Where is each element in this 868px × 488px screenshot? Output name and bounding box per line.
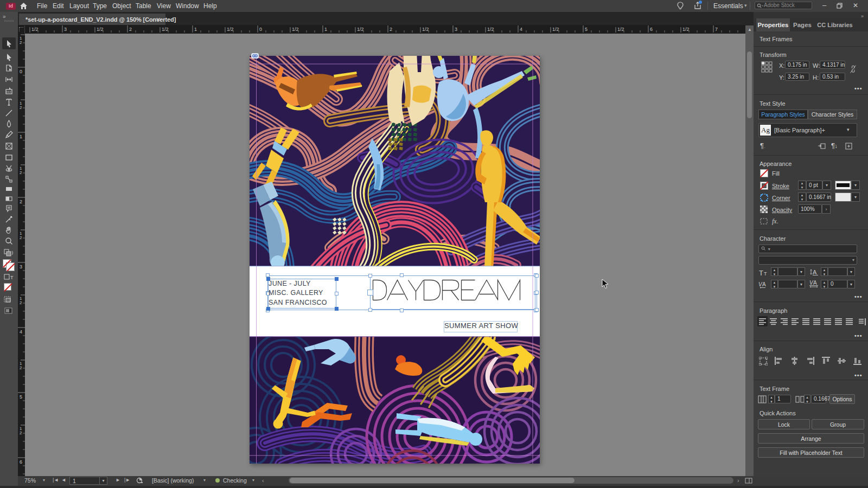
svg-text:1/2: 1/2 — [162, 27, 169, 32]
svg-text:1: 1 — [20, 134, 22, 139]
svg-text:T: T — [759, 269, 763, 276]
svg-text:0: 0 — [20, 69, 22, 74]
svg-text:3: 3 — [20, 264, 22, 269]
svg-text:6: 6 — [20, 459, 22, 465]
svg-text:7: 7 — [715, 27, 718, 32]
svg-text:1/2: 1/2 — [487, 27, 494, 32]
svg-text:1/2: 1/2 — [292, 27, 299, 32]
svg-text:1/2: 1/2 — [422, 27, 429, 32]
svg-text:1/2: 1/2 — [31, 27, 39, 32]
svg-text:3: 3 — [64, 27, 67, 32]
svg-text:1: 1 — [324, 27, 327, 32]
svg-text:6: 6 — [650, 27, 653, 32]
svg-text:2: 2 — [20, 365, 22, 370]
svg-text:2: 2 — [20, 170, 22, 175]
svg-text:1/2: 1/2 — [617, 27, 624, 32]
svg-text:1/2: 1/2 — [227, 27, 234, 32]
svg-text:2: 2 — [129, 27, 132, 32]
svg-text:2: 2 — [20, 431, 22, 435]
svg-text:1/2: 1/2 — [97, 27, 104, 32]
svg-text:2: 2 — [390, 27, 392, 32]
svg-text:1/2: 1/2 — [552, 27, 559, 32]
svg-text:4: 4 — [20, 329, 22, 335]
svg-text:2: 2 — [20, 235, 22, 240]
svg-text:2: 2 — [20, 300, 22, 305]
svg-text:1: 1 — [194, 27, 197, 32]
svg-text:A: A — [762, 281, 766, 287]
svg-text:T: T — [10, 275, 14, 280]
svg-text:3: 3 — [455, 27, 457, 32]
svg-text:5: 5 — [585, 27, 588, 32]
svg-text:2: 2 — [20, 105, 22, 110]
svg-text:4: 4 — [520, 27, 522, 32]
svg-text:1/2: 1/2 — [682, 27, 690, 32]
svg-text:1/2: 1/2 — [357, 27, 364, 32]
svg-text:A: A — [813, 269, 817, 275]
svg-text:A: A — [813, 280, 817, 286]
svg-text:2: 2 — [20, 40, 22, 45]
svg-text:5: 5 — [20, 394, 22, 400]
svg-text:2: 2 — [20, 199, 22, 204]
svg-text:T: T — [764, 271, 767, 276]
svg-text:0: 0 — [259, 27, 262, 32]
